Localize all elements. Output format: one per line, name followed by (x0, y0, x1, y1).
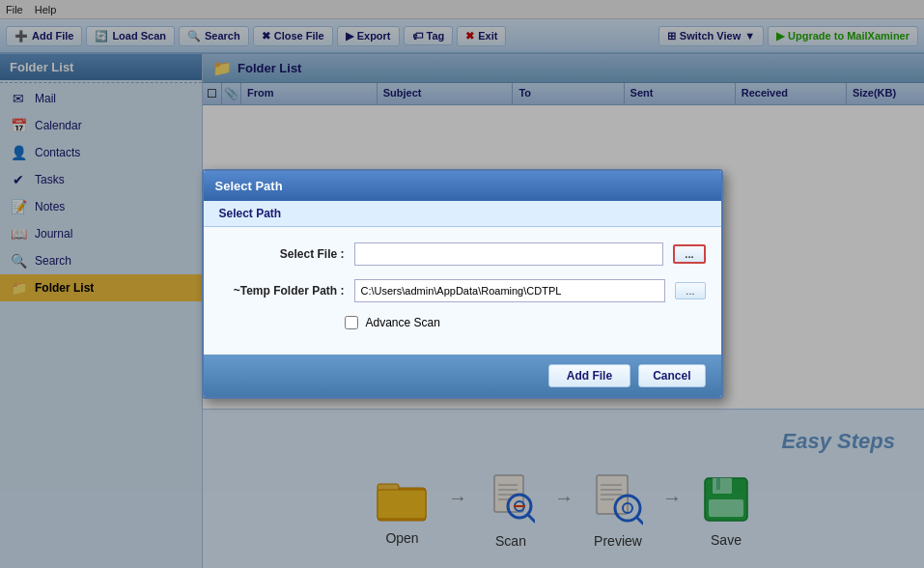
select-file-input[interactable] (354, 242, 664, 266)
add-file-dialog-button[interactable]: Add File (548, 364, 630, 387)
select-file-browse-button[interactable]: ... (673, 244, 705, 264)
dialog-body: Select File : ... ~Temp Folder Path : ..… (204, 227, 721, 355)
cancel-dialog-button[interactable]: Cancel (638, 364, 705, 387)
select-file-label: Select File : (219, 247, 345, 261)
dialog-footer: Add File Cancel (204, 355, 721, 397)
dialog-overlay: Select Path Select Path Select File : ..… (0, 0, 924, 568)
advance-scan-row: Advance Scan (345, 316, 706, 329)
temp-folder-row: ~Temp Folder Path : ... (219, 279, 706, 302)
dialog-subheader: Select Path (204, 201, 721, 227)
temp-folder-input[interactable] (354, 279, 666, 302)
select-file-row: Select File : ... (219, 242, 706, 266)
select-path-dialog: Select Path Select Path Select File : ..… (202, 169, 723, 399)
advance-scan-label: Advance Scan (366, 316, 440, 329)
temp-folder-browse-button[interactable]: ... (675, 282, 705, 299)
dialog-titlebar: Select Path (204, 171, 721, 201)
advance-scan-checkbox[interactable] (345, 316, 358, 329)
temp-folder-label: ~Temp Folder Path : (219, 284, 345, 298)
